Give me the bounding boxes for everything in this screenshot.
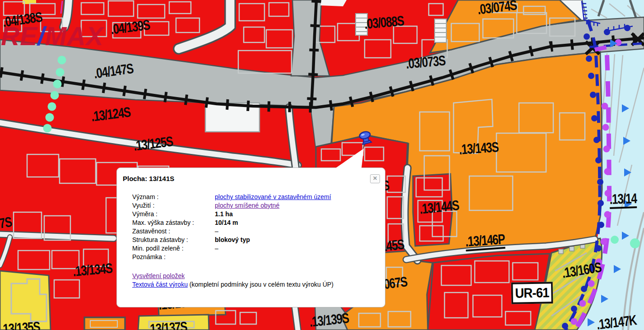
parcel-info-popup: Plocha: 13/141S ✕ Význam : plochy stabil…	[116, 167, 385, 307]
field-value: –	[215, 244, 218, 253]
field-label: Význam :	[132, 193, 215, 201]
vyuziti-link[interactable]: plochy smíšené obytné	[215, 202, 279, 209]
row-vyznam: Význam : plochy stabilizované v zastavěn…	[132, 193, 331, 201]
row-min-podil: Min. podíl zeleně : –	[132, 244, 331, 253]
field-label: Zastavěnost :	[132, 227, 215, 236]
field-value: –	[215, 227, 218, 236]
text-part-suffix: (kompletní podmínky jsou v celém textu v…	[188, 281, 334, 288]
field-label: Min. podíl zeleně :	[132, 244, 215, 253]
field-label: Poznámka :	[132, 253, 215, 261]
field-value: 1.1 ha	[215, 210, 233, 218]
row-zastavenost: Zastavěnost : –	[132, 227, 331, 236]
field-value: blokový typ	[215, 236, 250, 244]
text-part-link[interactable]: Textová část výroku	[132, 281, 188, 288]
row-max-vyska: Max. výška zástavby : 10/14 m	[132, 218, 331, 227]
row-vymera: Výměra : 1.1 ha	[132, 210, 331, 218]
vyznam-link[interactable]: plochy stabilizované v zastavěném území	[215, 193, 331, 200]
row-poznamka: Poznámka :	[132, 253, 331, 261]
field-value: 10/14 m	[215, 218, 238, 227]
popup-rows: Význam : plochy stabilizované v zastavěn…	[132, 193, 331, 261]
field-label: Struktura zástavby :	[132, 236, 215, 244]
ur-61-box: UR-61	[511, 282, 553, 304]
field-label: Max. výška zástavby :	[132, 218, 215, 227]
close-icon[interactable]: ✕	[370, 174, 380, 183]
explain-items-link[interactable]: Vysvětlení položek	[132, 272, 185, 279]
field-label: Výměra :	[132, 210, 215, 218]
field-label: Využití :	[132, 201, 215, 210]
row-vyuziti: Využití : plochy smíšené obytné	[132, 201, 331, 210]
popup-links: Vysvětlení položek Textová část výroku (…	[132, 272, 334, 289]
white-sliver	[320, 0, 347, 6]
popup-title: Plocha: 13/141S	[123, 175, 174, 182]
map-application: { "map": { "watermark": { "re": "RE", "s…	[0, 0, 644, 330]
row-struktura: Struktura zástavby : blokový typ	[132, 236, 331, 244]
